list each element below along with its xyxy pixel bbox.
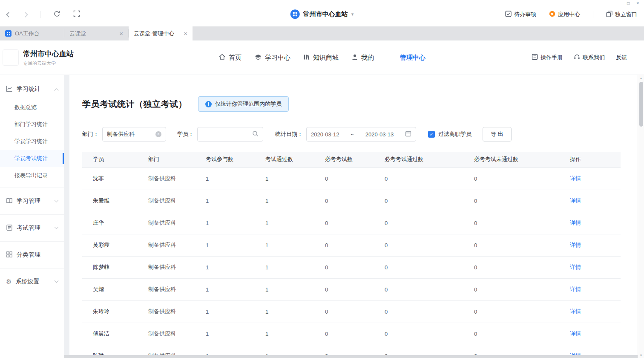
vertical-scrollbar[interactable]: ▲ ▼: [638, 75, 644, 358]
sidebar: 学习统计 数据总览 部门学习统计 学员学习统计 学员考试统计 报表导出记录 学习…: [0, 75, 64, 358]
cell-student-name: 庄华: [82, 212, 138, 234]
sidebar-group-label: 学习管理: [17, 197, 40, 205]
date-range-picker[interactable]: 2020-03-12 ~ 2020-03-13: [306, 127, 416, 141]
detail-link[interactable]: 详情: [570, 286, 581, 292]
manual-link[interactable]: 操作手册: [532, 54, 563, 61]
sidebar-group-learning-management: 学习管理: [0, 188, 64, 211]
checkbox-check-icon: ✓: [428, 131, 435, 138]
tab-cloud-classroom[interactable]: 云课堂 ×: [64, 26, 128, 40]
tab-oa-workbench[interactable]: OA工作台: [0, 26, 64, 40]
cell-actions: 详情: [559, 212, 621, 234]
date-range-label: 统计日期：: [275, 130, 303, 138]
detail-link[interactable]: 详情: [570, 197, 581, 204]
export-button[interactable]: 导 出: [483, 127, 512, 141]
nav-divider: [387, 54, 387, 61]
cell-required: 0: [314, 234, 374, 256]
scan-icon[interactable]: [73, 10, 80, 19]
cell-student-name: 沈菲: [82, 167, 138, 190]
scrollbar-thumb[interactable]: [639, 82, 643, 127]
table-row: 朱爱维 制备供应科 1 1 0 0 0 详情: [82, 190, 621, 212]
org-switcher[interactable]: 常州市中心血站 ▾: [290, 9, 354, 19]
student-search-input[interactable]: [202, 131, 252, 138]
main-nav: 首页 学习中心 知识商城 我的 管理: [218, 53, 426, 62]
nav-item-learning-center[interactable]: 学习中心: [254, 54, 290, 62]
refresh-icon[interactable]: [53, 10, 60, 19]
cell-department: 制备供应科: [138, 300, 195, 323]
org-subtitle: 专属的云端大学: [23, 60, 74, 66]
tab-admin-center[interactable]: 云课堂-管理中心 ×: [129, 26, 193, 40]
cell-actions: 详情: [559, 234, 621, 256]
detail-link[interactable]: 详情: [570, 330, 581, 337]
date-separator: ~: [351, 131, 354, 138]
org-text-block: 常州市中心血站 专属的云端大学: [23, 49, 74, 66]
contact-link[interactable]: 联系我们: [574, 54, 605, 61]
scroll-down-icon[interactable]: ▼: [640, 352, 643, 358]
sidebar-group-header-category-management[interactable]: 分类管理: [0, 245, 64, 265]
site-logo: [3, 49, 19, 66]
scroll-up-icon[interactable]: ▲: [640, 75, 643, 81]
column-header-passed: 考试通过数: [255, 152, 314, 167]
detail-link[interactable]: 详情: [570, 242, 581, 248]
org-logo-icon: [290, 9, 300, 19]
nav-item-mine[interactable]: 我的: [351, 54, 374, 62]
sidebar-item-dept-learning-stats[interactable]: 部门学习统计: [0, 116, 64, 133]
sidebar-sublist: 数据总览 部门学习统计 学员学习统计 学员考试统计 报表导出记录: [0, 99, 64, 184]
clear-icon[interactable]: ×: [155, 131, 161, 137]
detail-link[interactable]: 详情: [570, 175, 581, 182]
cell-passed: 1: [255, 234, 314, 256]
chevron-down-icon: [55, 278, 59, 283]
app-screen: □ × 常州市中心血站 ▾ 待办事项: [0, 0, 644, 358]
sidebar-item-report-export-records[interactable]: 报表导出记录: [0, 167, 64, 184]
nav-item-knowledge-mall[interactable]: 知识商城: [303, 54, 339, 62]
cell-actions: 详情: [559, 256, 621, 278]
tab-strip: OA工作台 云课堂 × 云课堂-管理中心 ×: [0, 26, 644, 40]
department-input[interactable]: 制备供应科 ×: [102, 127, 166, 141]
nav-item-admin-center[interactable]: 管理中心: [400, 54, 426, 62]
tab-close-icon[interactable]: ×: [184, 30, 187, 37]
cell-student-name: 陈梦菲: [82, 256, 138, 278]
cell-required: 0: [314, 256, 374, 278]
cell-required: 0: [314, 190, 374, 212]
detail-link[interactable]: 详情: [570, 219, 581, 226]
table-row: 吴熠 制备供应科 1 1 0 0 0 详情: [82, 278, 621, 300]
tab-close-icon[interactable]: ×: [119, 30, 123, 37]
independent-window-button[interactable]: 独立窗口: [606, 11, 637, 18]
maximize-icon[interactable]: □: [627, 1, 630, 6]
nav-label: 首页: [229, 54, 242, 62]
cell-department: 制备供应科: [138, 234, 195, 256]
cell-department: 制备供应科: [138, 278, 195, 300]
window-close-icon[interactable]: ×: [636, 1, 639, 6]
info-icon: i: [205, 101, 212, 107]
cell-passed: 1: [255, 256, 314, 278]
nav-label: 学习中心: [265, 54, 290, 62]
app-center-button[interactable]: 应用中心: [549, 11, 580, 18]
sidebar-item-student-exam-stats[interactable]: 学员考试统计: [0, 150, 64, 167]
sidebar-item-student-learning-stats[interactable]: 学员学习统计: [0, 133, 64, 150]
filter-resigned-checkbox[interactable]: ✓ 过滤离职学员: [428, 130, 472, 138]
sidebar-group-header-exam-management[interactable]: 考试管理: [0, 218, 64, 238]
chrome-divider: [40, 11, 40, 18]
todo-item-button[interactable]: 待办事项: [505, 11, 536, 18]
feedback-link[interactable]: 反馈: [616, 54, 627, 61]
detail-link[interactable]: 详情: [570, 264, 581, 270]
cell-passed: 1: [255, 212, 314, 234]
date-end: 2020-03-13: [365, 131, 394, 138]
chrome-right-items: 待办事项 应用中心 独立窗口: [505, 11, 637, 18]
sidebar-group-header-learning-management[interactable]: 学习管理: [0, 191, 64, 211]
detail-link[interactable]: 详情: [570, 308, 581, 315]
sidebar-item-data-overview[interactable]: 数据总览: [0, 99, 64, 116]
cell-required-passed: 0: [374, 190, 463, 212]
search-icon[interactable]: [252, 130, 259, 138]
independent-window-label: 独立窗口: [615, 11, 637, 18]
app-center-icon: [549, 11, 555, 18]
cell-department: 制备供应科: [138, 212, 195, 234]
horizontal-scrollbar[interactable]: [64, 355, 638, 358]
forward-icon[interactable]: [23, 12, 28, 17]
sidebar-group-header-learning-stats[interactable]: 学习统计: [0, 79, 64, 99]
header-links: 操作手册 联系我们 反馈: [532, 54, 627, 61]
sidebar-group-label: 学习统计: [17, 85, 40, 93]
nav-item-home[interactable]: 首页: [218, 53, 242, 62]
back-icon[interactable]: [6, 12, 12, 17]
sidebar-group-header-system-settings[interactable]: ⚙ 系统设置: [0, 272, 64, 292]
cell-passed: 1: [255, 167, 314, 190]
